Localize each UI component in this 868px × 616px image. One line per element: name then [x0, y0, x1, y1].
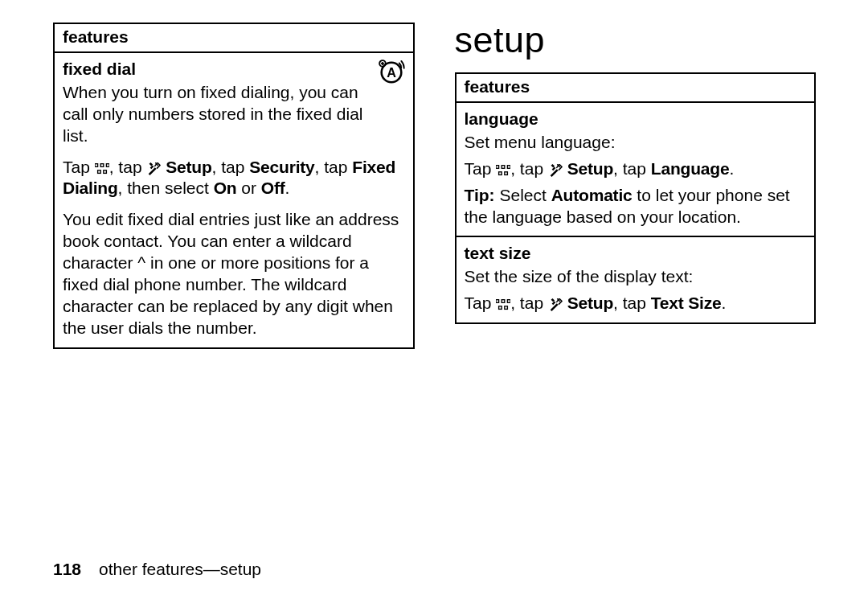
- right-column: setup features language Set menu languag…: [455, 23, 817, 324]
- svg-rect-10: [150, 165, 154, 169]
- svg-rect-7: [106, 163, 109, 166]
- page-footer: 118other features—setup: [53, 560, 261, 579]
- columns: features A fixed dial: [0, 0, 868, 349]
- text-size-nav: Tap , tap Setup, tap Text Size.: [465, 293, 807, 314]
- language-tip: Tip: Select Automatic to let your phone …: [465, 185, 807, 228]
- text: , tap: [109, 158, 147, 176]
- apps-icon: [496, 163, 510, 178]
- features-box-left: features A fixed dial: [53, 23, 415, 349]
- svg-rect-20: [499, 306, 502, 310]
- apps-icon: [496, 298, 510, 312]
- off-label: Off: [261, 179, 285, 197]
- svg-rect-5: [95, 163, 98, 166]
- fixed-dial-nav: Tap , tap Setup, tap Security, tap Fixed…: [63, 157, 405, 200]
- text-size-label: Text Size: [651, 294, 722, 312]
- page-number: 118: [53, 560, 81, 578]
- features-header-left: features: [55, 24, 413, 53]
- text: Tap: [465, 294, 497, 312]
- text: , tap: [510, 159, 548, 178]
- svg-rect-6: [100, 163, 104, 166]
- text-size-para: Set the size of the display text:: [465, 266, 807, 288]
- text: .: [729, 159, 734, 178]
- tools-icon: [146, 159, 161, 176]
- manual-page: features A fixed dial: [0, 0, 868, 616]
- svg-rect-16: [552, 166, 556, 170]
- svg-rect-22: [552, 302, 556, 306]
- fixed-dial-title: fixed dial: [63, 59, 405, 82]
- tools-icon: [548, 295, 563, 312]
- text: , tap: [510, 294, 548, 312]
- svg-text:A: A: [387, 65, 396, 80]
- text: , tap: [613, 294, 651, 312]
- apps-icon: [95, 162, 109, 176]
- svg-rect-12: [502, 165, 505, 168]
- text: Tap: [63, 158, 95, 176]
- automatic-label: Automatic: [551, 186, 633, 204]
- network-dependent-icon: A: [378, 59, 405, 86]
- fixed-dial-para-3: You edit fixed dial entries just like an…: [63, 209, 405, 339]
- left-column: features A fixed dial: [53, 23, 415, 349]
- text: , tap: [613, 159, 651, 178]
- text: , tap: [212, 158, 250, 176]
- footer-label: other features—setup: [99, 560, 261, 578]
- tip-label: Tip:: [465, 186, 495, 204]
- text: .: [721, 294, 726, 312]
- text: Select: [495, 186, 551, 204]
- language-title: language: [465, 109, 807, 132]
- setup-heading: setup: [455, 19, 817, 61]
- svg-rect-18: [502, 300, 505, 303]
- features-box-right: features language Set menu language: Tap…: [455, 72, 817, 324]
- on-label: On: [214, 179, 237, 197]
- text-size-title: text size: [465, 243, 807, 266]
- svg-rect-9: [104, 170, 107, 173]
- svg-rect-17: [496, 300, 499, 303]
- language-section: language Set menu language: Tap , tap Se…: [457, 103, 815, 236]
- features-header-right: features: [457, 74, 815, 103]
- setup-label: Setup: [567, 159, 613, 178]
- setup-label: Setup: [567, 294, 613, 312]
- security-label: Security: [249, 158, 314, 176]
- svg-rect-13: [508, 165, 511, 168]
- svg-rect-14: [499, 172, 502, 175]
- text: or: [236, 179, 260, 197]
- text-size-section: text size Set the size of the display te…: [457, 236, 815, 322]
- fixed-dial-para-1: When you turn on fixed dialing, you can …: [63, 82, 405, 147]
- svg-rect-21: [505, 306, 508, 310]
- tools-icon: [548, 161, 563, 178]
- text: Tap: [465, 159, 497, 178]
- svg-rect-19: [508, 300, 511, 303]
- text: , then select: [118, 179, 214, 197]
- language-para: Set menu language:: [465, 132, 807, 154]
- language-label: Language: [651, 159, 730, 178]
- setup-label: Setup: [166, 158, 211, 176]
- svg-rect-8: [97, 170, 100, 173]
- text: .: [285, 179, 290, 197]
- language-nav: Tap , tap Setup, tap Language.: [465, 158, 807, 180]
- svg-rect-15: [505, 172, 508, 175]
- fixed-dial-section: A fixed dial When you turn on fixed dial…: [55, 53, 413, 347]
- svg-rect-11: [496, 165, 499, 168]
- text: , tap: [315, 158, 353, 176]
